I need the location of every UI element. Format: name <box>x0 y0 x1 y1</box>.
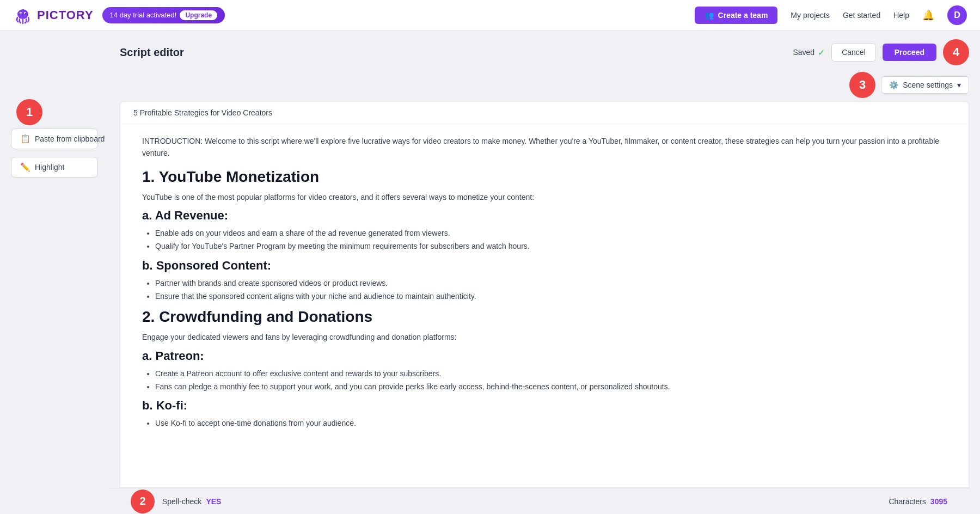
help-link[interactable]: Help <box>893 11 909 20</box>
spell-check-label: Spell-check <box>162 497 201 506</box>
list-item: Use Ko-fi to accept one-time donations f… <box>155 417 947 430</box>
subsection-1a-heading: a. Ad Revenue: <box>142 209 947 223</box>
subsection-2b-bullets: Use Ko-fi to accept one-time donations f… <box>142 417 947 430</box>
get-started-link[interactable]: Get started <box>843 11 880 20</box>
doc-title-bar: 5 Profitable Strategies for Video Creato… <box>120 102 969 124</box>
header-right: Saved ✓ Cancel Proceed 4 <box>793 39 969 65</box>
list-item: Partner with brands and create sponsored… <box>155 277 947 290</box>
subsection-2b-heading: b. Ko-fi: <box>142 399 947 413</box>
highlight-button[interactable]: ✏️ Highlight <box>11 157 98 178</box>
upgrade-button[interactable]: Upgrade <box>180 10 217 20</box>
top-nav: PICTORY 14 day trial activated! Upgrade … <box>0 0 980 30</box>
editor-header: Script editor Saved ✓ Cancel Proceed 4 <box>120 39 969 72</box>
highlight-icon: ✏️ <box>20 162 30 172</box>
my-projects-link[interactable]: My projects <box>791 11 830 20</box>
page-title: Script editor <box>120 46 184 59</box>
proceed-button[interactable]: Proceed <box>883 44 936 61</box>
subsection-2a-heading: a. Patreon: <box>142 349 947 363</box>
create-team-button[interactable]: 👥 Create a team <box>695 7 778 24</box>
nav-right: 👥 Create a team My projects Get started … <box>695 5 967 25</box>
intro-paragraph: INTRODUCTION: Welcome to this script whe… <box>142 135 947 160</box>
bell-icon[interactable]: 🔔 <box>922 9 934 21</box>
step-badge-2: 2 <box>131 489 155 513</box>
section-1-body: YouTube is one of the most popular platf… <box>142 191 947 203</box>
svg-point-3 <box>21 13 22 14</box>
avatar[interactable]: D <box>947 5 967 25</box>
bottom-bar: 2 Spell-check YES Characters 3095 <box>109 488 969 514</box>
scene-settings-button[interactable]: ⚙️ Scene settings ▾ <box>881 76 969 94</box>
svg-point-0 <box>17 9 28 19</box>
list-item: Qualify for YouTube's Partner Program by… <box>155 240 947 253</box>
list-item: Enable ads on your videos and earn a sha… <box>155 227 947 240</box>
bottom-right: Characters 3095 <box>889 497 947 506</box>
scene-settings-label: Scene settings <box>903 81 953 89</box>
subsection-2a-bullets: Create a Patreon account to offer exclus… <box>142 368 947 394</box>
content-area: Script editor Saved ✓ Cancel Proceed 4 3… <box>109 30 980 514</box>
doc-title: 5 Profitable Strategies for Video Creato… <box>133 108 272 117</box>
left-sidebar: 1 📋 Paste from clipboard ✏️ Highlight <box>0 30 109 514</box>
editor-body: 5 Profitable Strategies for Video Creato… <box>120 101 969 488</box>
step-badge-1: 1 <box>16 99 42 125</box>
logo-icon <box>13 5 33 25</box>
trial-text: 14 day trial activated! <box>110 11 177 19</box>
svg-point-4 <box>25 13 26 14</box>
subsection-1b-bullets: Partner with brands and create sponsored… <box>142 277 947 303</box>
trial-badge: 14 day trial activated! Upgrade <box>102 7 225 23</box>
gear-icon: ⚙️ <box>889 81 898 89</box>
paste-from-clipboard-button[interactable]: 📋 Paste from clipboard <box>11 128 98 149</box>
step-badge-3: 3 <box>849 72 875 98</box>
list-item: Ensure that the sponsored content aligns… <box>155 290 947 303</box>
list-item: Create a Patreon account to offer exclus… <box>155 368 947 381</box>
clipboard-icon: 📋 <box>20 134 30 144</box>
section-2-body: Engage your dedicated viewers and fans b… <box>142 331 947 343</box>
paste-label: Paste from clipboard <box>35 134 105 143</box>
saved-check-icon: ✓ <box>818 47 825 58</box>
doc-content[interactable]: INTRODUCTION: Welcome to this script whe… <box>120 124 969 487</box>
logo: PICTORY <box>13 5 94 25</box>
main-container: 1 📋 Paste from clipboard ✏️ Highlight Sc… <box>0 30 980 514</box>
nav-left: PICTORY 14 day trial activated! Upgrade <box>13 5 225 25</box>
highlight-label: Highlight <box>35 163 64 172</box>
spell-check-value[interactable]: YES <box>206 497 221 506</box>
step-badge-4: 4 <box>943 39 969 65</box>
list-item: Fans can pledge a monthly fee to support… <box>155 381 947 394</box>
section-2-heading: 2. Crowdfunding and Donations <box>142 308 947 326</box>
section-1-heading: 1. YouTube Monetization <box>142 168 947 186</box>
saved-text: Saved <box>793 48 814 57</box>
saved-indicator: Saved ✓ <box>793 47 825 58</box>
characters-count: 3095 <box>930 497 947 506</box>
logo-text: PICTORY <box>37 8 94 22</box>
create-team-label: Create a team <box>718 11 768 20</box>
characters-label: Characters <box>889 497 926 506</box>
chevron-down-icon: ▾ <box>957 81 961 89</box>
cancel-button[interactable]: Cancel <box>831 43 876 62</box>
subsection-1b-heading: b. Sponsored Content: <box>142 259 947 273</box>
scene-settings-bar: 3 ⚙️ Scene settings ▾ <box>120 72 969 98</box>
create-team-icon: 👥 <box>705 11 714 20</box>
bottom-left: 2 Spell-check YES <box>131 489 221 513</box>
subsection-1a-bullets: Enable ads on your videos and earn a sha… <box>142 227 947 253</box>
